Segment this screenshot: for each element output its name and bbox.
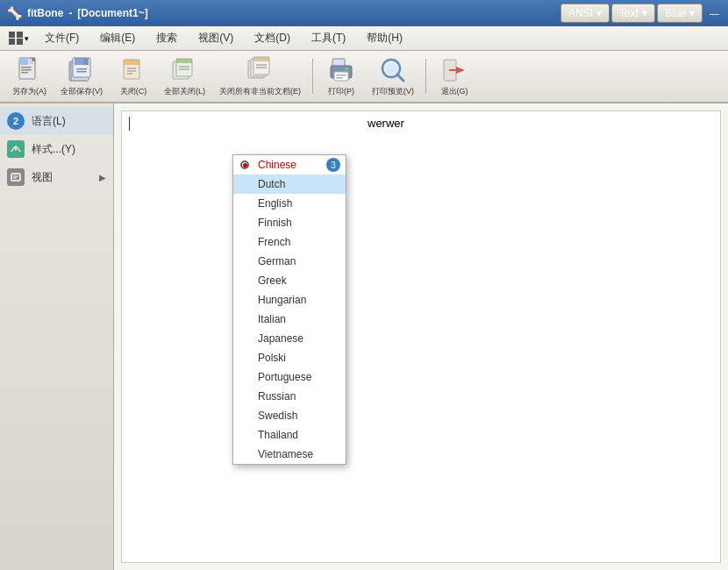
lang-item-dutch[interactable]: Dutch [233,175,346,194]
close-doc-icon [119,56,147,84]
menu-search[interactable]: 搜索 [146,27,188,49]
toolbar-close-label: 关闭(C) [120,86,147,97]
blue-label: Blue [665,7,686,19]
menu-view[interactable]: 视图(V) [188,27,244,49]
document-area[interactable]: werwer [121,110,721,563]
close-unsaved-icon [246,56,275,84]
cursor-area [129,117,131,131]
language-badge: 2 [7,112,25,130]
toolbar-exit-label: 退出(G) [441,86,468,97]
toolbar-preview-btn[interactable]: 打印预览(V) [367,53,419,99]
document-content: werwer [122,111,720,137]
lang-item-finnish[interactable]: Finnish [233,213,346,232]
svg-rect-5 [21,69,32,71]
language-dropdown-menu[interactable]: Chinese 3 Dutch English Finnish French G… [232,154,346,465]
svg-rect-12 [76,68,87,70]
lang-item-german[interactable]: German [233,252,346,271]
grid-menu-button[interactable]: ▾ [4,30,34,47]
title-bar-left: 🦴 fitBone - [Document1~] [7,6,148,20]
ansi-arrow-icon: ▾ [596,7,602,19]
svg-rect-11 [83,58,89,65]
sidebar-item-language[interactable]: 2 语言(L) [0,107,113,135]
title-separator: - [68,7,72,19]
lang-item-vietnamese[interactable]: Vietnamese [233,445,346,464]
minimize-button[interactable]: — [704,6,724,20]
lang-item-french[interactable]: French [233,232,346,252]
toolbar-separator-2 [425,59,426,94]
toolbar-saveall-btn[interactable]: 全部保存(V) [55,53,108,99]
svg-rect-32 [334,72,348,81]
text-dropdown[interactable]: Text ▾ [611,4,655,23]
toolbar-exit-btn[interactable]: 退出(G) [432,53,476,99]
svg-rect-27 [253,57,269,61]
lang-item-chinese[interactable]: Chinese 3 [233,155,346,175]
toolbar-closeall-btn[interactable]: 全部关闭(L) [159,53,211,99]
blue-arrow-icon: ▾ [689,7,695,19]
save-all-icon [68,56,96,84]
svg-rect-33 [336,75,346,76]
lang-item-hungarian[interactable]: Hungarian [233,290,346,310]
lang-item-japanese[interactable]: Japanese [233,329,346,348]
document-text: werwer [368,117,404,130]
text-label: Text [619,7,639,19]
toolbar-close-btn[interactable]: 关闭(C) [111,53,155,99]
toolbar-closeunsaved-btn[interactable]: 关闭所有非当前文档(E) [214,53,306,99]
sidebar-item-view[interactable]: 视图 ▶ [0,163,113,191]
svg-point-37 [386,63,396,74]
toolbar-closeunsaved-label: 关闭所有非当前文档(E) [219,86,301,97]
content-area: werwer Chinese 3 Dutch English Finnish F… [114,103,728,570]
lang-item-italian[interactable]: Italian [233,310,346,329]
svg-rect-6 [21,72,28,74]
toolbar-new-btn[interactable]: 另存为(A) [7,53,52,99]
app-icon: 🦴 [7,6,22,20]
toolbar-saveall-label: 全部保存(V) [61,86,103,97]
lang-item-swedish[interactable]: Swedish [233,406,346,425]
svg-rect-1 [19,58,28,65]
svg-rect-21 [176,59,192,63]
menu-doc[interactable]: 文档(D) [244,27,301,49]
svg-rect-15 [124,60,139,65]
lang-item-greek[interactable]: Greek [233,271,346,290]
svg-line-38 [397,75,403,81]
toolbar-new-label: 另存为(A) [12,86,46,97]
menu-bar: ▾ 文件(F) 编辑(E) 搜索 视图(V) 文档(D) 工具(T) 帮助(H) [0,26,728,51]
app-title: fitBone [27,7,63,19]
sidebar-style-label: 样式...(Y) [32,142,75,157]
toolbar-print-label: 打印(P) [328,86,354,97]
lang-item-english[interactable]: English [233,194,346,213]
svg-rect-13 [76,71,87,73]
view-badge [7,168,25,186]
toolbar-preview-label: 打印预览(V) [372,86,414,97]
menu-edit[interactable]: 编辑(E) [89,27,146,49]
svg-rect-2 [32,58,35,61]
view-arrow-icon: ▶ [99,173,106,182]
doc-title: [Document1~] [77,7,147,19]
close-all-icon [171,56,199,84]
toolbar: 另存为(A) 全部保存(V) 关闭(C) [0,51,728,103]
grid-arrow-icon: ▾ [25,34,29,43]
svg-rect-4 [21,67,32,68]
toolbar-print-btn[interactable]: 打印(P) [319,53,363,99]
lang-item-polski[interactable]: Polski [233,348,346,367]
menu-help[interactable]: 帮助(H) [356,27,413,49]
lang-item-thailand[interactable]: Thailand [233,425,346,445]
chinese-radio-icon [240,160,249,169]
main-area: 2 语言(L) 样式...(Y) 视图 ▶ [0,103,728,570]
menu-tools[interactable]: 工具(T) [301,27,356,49]
lang-item-portuguese[interactable]: Portuguese [233,367,346,387]
style-badge [7,140,25,158]
sidebar-item-style[interactable]: 样式...(Y) [0,135,113,163]
new-doc-icon [16,56,44,84]
text-cursor [129,117,130,131]
ansi-dropdown[interactable]: ANSI ▾ [560,4,610,23]
blue-dropdown[interactable]: Blue ▾ [657,4,703,23]
menu-file[interactable]: 文件(F) [34,27,89,49]
title-bar: 🦴 fitBone - [Document1~] ANSI ▾ Text ▾ B… [0,0,728,26]
lang-item-russian[interactable]: Russian [233,387,346,406]
print-preview-icon [379,56,407,84]
svg-rect-34 [336,77,343,79]
sidebar-language-label: 语言(L) [32,114,66,129]
toolbar-separator-1 [312,59,313,94]
chinese-badge: 3 [326,158,340,172]
text-arrow-icon: ▾ [642,7,647,19]
